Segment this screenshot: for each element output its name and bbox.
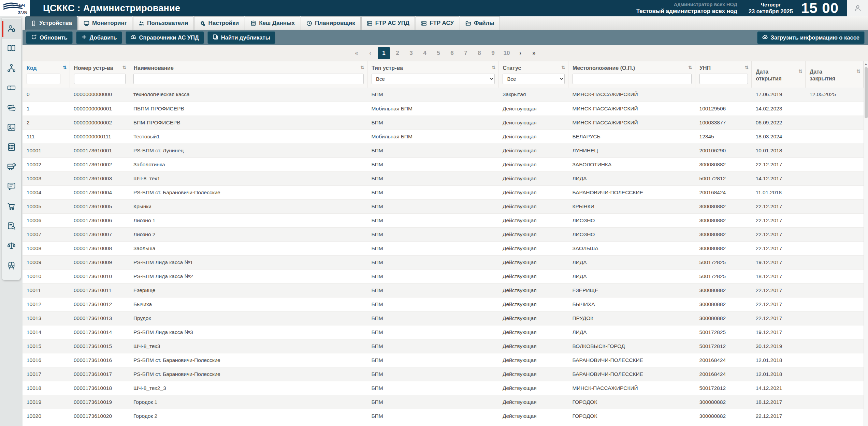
table-row[interactable]: 100180000173610018ШЧ-8_тех2_3БПМДействую…: [23, 381, 864, 395]
load-cash-info-button[interactable]: Загрузить информацию о кассе: [757, 31, 865, 44]
page-10-button[interactable]: 10: [501, 47, 513, 59]
cell-location: КРЫНКИ: [568, 199, 695, 213]
page-next-button[interactable]: ›: [514, 47, 526, 59]
table-row[interactable]: 100030000173610003ШЧ-8_тех1БПМДействующа…: [23, 171, 864, 185]
vertical-scrollbar[interactable]: ▲: [864, 61, 868, 426]
page-first-button[interactable]: «: [350, 47, 363, 59]
filter-select-device-type[interactable]: Все: [372, 74, 495, 84]
filter-input-code[interactable]: [27, 74, 60, 84]
sidebar-item-bus-clock[interactable]: [2, 157, 21, 177]
table-row[interactable]: 100150000173610015ШЧ-8_тех3БПМДействующа…: [23, 339, 864, 353]
filter-input-unp[interactable]: [699, 74, 748, 84]
sort-icon[interactable]: ⇅: [688, 65, 692, 70]
tab-data-cache[interactable]: Кеш Данных: [245, 16, 300, 30]
page-prev-button[interactable]: ‹: [364, 47, 376, 59]
table-row[interactable]: 100100000173610010PS-БПМ Лида касса №2БП…: [23, 269, 864, 283]
sidebar-item-tickets[interactable]: [2, 98, 21, 118]
page-7-button[interactable]: 7: [460, 47, 472, 59]
tab-devices[interactable]: Устройства: [25, 16, 77, 30]
column-header-unp[interactable]: УНП⇅: [695, 61, 752, 72]
tab-monitoring[interactable]: Мониторинг: [78, 16, 132, 30]
sidebar-item-scales[interactable]: [2, 237, 21, 256]
table-row[interactable]: 100090000173610009PS-БПМ Лида касса №1БП…: [23, 255, 864, 269]
sort-icon[interactable]: ⇅: [798, 69, 802, 74]
sidebar-item-ticket[interactable]: [2, 78, 21, 98]
page-9-button[interactable]: 9: [487, 47, 499, 59]
page-3-button[interactable]: 3: [405, 47, 417, 59]
column-header-location[interactable]: Местоположение (О.П.)⇅: [568, 61, 695, 72]
sidebar-item-train[interactable]: [2, 256, 21, 276]
profile-button[interactable]: [847, 0, 868, 16]
sidebar-item-book[interactable]: [2, 39, 21, 59]
sidebar-item-sitemap[interactable]: [2, 59, 21, 78]
table-row[interactable]: 100010000173610001PS-БПМ ст. ЛунинецБПМД…: [23, 143, 864, 157]
filter-input-device-number[interactable]: [74, 74, 126, 84]
tab-scheduler[interactable]: Планировщик: [301, 16, 361, 30]
sort-icon[interactable]: ⇅: [856, 69, 860, 74]
table-row[interactable]: 100020000173610002ЗаболотинкаБПМДействую…: [23, 157, 864, 171]
table-row[interactable]: 100060000173610006Лиозно 1БПМДействующая…: [23, 213, 864, 227]
sort-icon[interactable]: ⇅: [63, 65, 67, 70]
page-last-button[interactable]: »: [528, 47, 540, 59]
page-6-button[interactable]: 6: [446, 47, 458, 59]
table-row[interactable]: 100040000173610004PS-БПМ ст. Барановичи-…: [23, 185, 864, 199]
refresh-button[interactable]: Обновить: [26, 31, 73, 44]
sort-icon[interactable]: ⇅: [122, 65, 127, 70]
page-8-button[interactable]: 8: [473, 47, 486, 59]
tab-users[interactable]: Пользователи: [133, 16, 194, 30]
table-row[interactable]: 20000000000002БПМ-ПРОФИСЕРВБПМДействующа…: [23, 116, 864, 130]
column-header-device-number[interactable]: Номер устр-ва⇅: [70, 61, 129, 72]
table-row[interactable]: 100190000173610019Городок 1БПМДействующа…: [23, 395, 864, 409]
sidebar-item-cart[interactable]: [2, 197, 21, 217]
cell-device-number: 0000173610004: [70, 185, 129, 199]
filter-input-name[interactable]: [133, 74, 363, 84]
filter-select-status[interactable]: Все: [503, 74, 565, 84]
filter-input-location[interactable]: [573, 74, 692, 84]
table-row[interactable]: 00000000000000технологическая кассаБПМЗа…: [23, 88, 864, 102]
sidebar-item-image[interactable]: [2, 118, 21, 138]
table-row[interactable]: 100080000173610008ЗаольшаБПМДействующаяЗ…: [23, 241, 864, 255]
sort-icon[interactable]: ⇅: [360, 65, 364, 70]
directories-button[interactable]: Справочники АС УПД: [126, 31, 204, 44]
column-header-close-date[interactable]: Дата закрытия⇅: [805, 61, 863, 88]
sort-icon[interactable]: ⇅: [744, 65, 749, 70]
table-row[interactable]: 100130000173610013ПрудокБПМДействующаяПР…: [23, 311, 864, 325]
column-header-status[interactable]: Статус⇅: [498, 61, 568, 72]
page-1-button[interactable]: 1: [378, 47, 390, 59]
table-row[interactable]: 10000000000001ПБПМ-ПРОФИСЕРВМобильная БП…: [23, 102, 864, 116]
scroll-up-arrow[interactable]: ▲: [864, 61, 868, 66]
column-header-code[interactable]: Код⇅: [23, 61, 70, 72]
cell-close-date: [805, 102, 863, 116]
cell-name: БПМ-ПРОФИСЕРВ: [129, 116, 367, 130]
page-2-button[interactable]: 2: [391, 47, 404, 59]
table-row[interactable]: 100070000173610007Лиозно 2БПМДействующая…: [23, 227, 864, 241]
table-row[interactable]: 100160000173610016PS-БПМ ст. Барановичи-…: [23, 353, 864, 367]
cell-code: 10002: [23, 157, 70, 171]
table-row[interactable]: 100200000173610020Городок 2БПМДействующа…: [23, 409, 864, 423]
tab-ftp-asu[interactable]: FTP АСУ: [416, 16, 459, 30]
sort-icon[interactable]: ⇅: [492, 65, 496, 70]
tab-files[interactable]: Файлы: [460, 16, 500, 30]
table-row[interactable]: 1110000000000111Тестовый1Мобильная БПМДе…: [23, 130, 864, 143]
tab-settings[interactable]: Настройки: [194, 16, 244, 30]
table-row[interactable]: 100120000173610012БычихаБПМДействующаяБЫ…: [23, 297, 864, 311]
column-header-name[interactable]: Наименование⇅: [129, 61, 367, 72]
cell-name: ШЧ-8_тех2_3: [129, 381, 367, 395]
sidebar-item-doc-search[interactable]: [2, 217, 21, 237]
table-row[interactable]: 100110000173610011ЕзерищеБПМДействующаяЕ…: [23, 283, 864, 297]
sidebar-item-user-gear[interactable]: [2, 19, 21, 39]
sort-icon[interactable]: ⇅: [561, 65, 565, 70]
tab-ftp-as-upd[interactable]: FTP АС УПД: [361, 16, 415, 30]
scrollbar-thumb[interactable]: [865, 67, 868, 118]
sidebar-item-notepad[interactable]: [2, 138, 21, 157]
page-4-button[interactable]: 4: [419, 47, 431, 59]
table-row[interactable]: 100140000173610014PS-БПМ Лида касса №3БП…: [23, 325, 864, 339]
sidebar-item-chat[interactable]: [2, 177, 21, 197]
find-duplicates-button[interactable]: Найти дубликаты: [207, 31, 275, 44]
add-button[interactable]: Добавить: [76, 31, 122, 44]
column-header-device-type[interactable]: Тип устр-ва⇅: [367, 61, 498, 72]
table-row[interactable]: 100170000173610017PS-БПМ ст. Барановичи-…: [23, 367, 864, 381]
table-row[interactable]: 100050000173610005КрынкиБПМДействующаяКР…: [23, 199, 864, 213]
page-5-button[interactable]: 5: [432, 47, 445, 59]
column-header-open-date[interactable]: Дата открытия⇅: [752, 61, 806, 88]
